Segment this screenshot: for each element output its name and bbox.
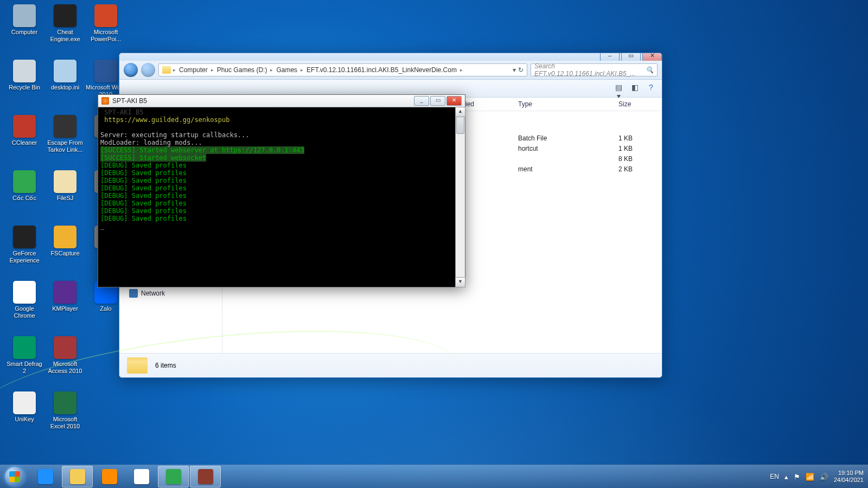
address-dropdown-icon[interactable]: ▾ xyxy=(513,66,516,74)
desktop-icon[interactable]: Computer xyxy=(4,4,44,36)
app-icon xyxy=(101,97,109,105)
col-size[interactable]: Size xyxy=(613,100,662,108)
chrome-icon xyxy=(134,469,149,484)
breadcrumb-item[interactable]: EFT.v0.12.10.11661.incl.AKI.B5_LinkNever… xyxy=(305,66,458,74)
status-text: 6 items xyxy=(155,362,176,369)
explorer-status-bar: 6 items xyxy=(119,353,662,377)
nav-forward-button[interactable] xyxy=(141,63,155,77)
system-tray[interactable]: EN ▴ ⚑ 📶 🔊 19:10 PM 24/04/2021 xyxy=(770,470,868,484)
desktop-icon[interactable]: Recycle Bin xyxy=(4,60,44,91)
desktop-icon[interactable]: UniKey xyxy=(4,391,44,423)
search-icon[interactable]: 🔍 xyxy=(646,66,654,74)
desktop-icon[interactable]: CCleaner xyxy=(4,115,44,146)
date-text: 24/04/2021 xyxy=(834,477,864,484)
desktop-icon[interactable]: Smart Defrag 2 xyxy=(4,336,44,375)
breadcrumb-item[interactable]: Phuc Games (D:) xyxy=(216,66,269,74)
ie-icon xyxy=(38,469,53,484)
taskbar-item-wmplayer[interactable] xyxy=(94,466,125,487)
taskbar-item-tool[interactable] xyxy=(190,466,221,487)
time-text: 19:10 PM xyxy=(834,470,864,477)
desktop-icon[interactable]: Microsoft Excel 2010 xyxy=(45,391,85,430)
wmplayer-icon xyxy=(102,469,117,484)
scroll-up-icon[interactable]: ▲ xyxy=(455,107,465,117)
drive-icon xyxy=(129,289,138,298)
maximize-button[interactable]: ▭ xyxy=(430,96,445,106)
breadcrumb-bar[interactable]: ▸ Computer▸ Phuc Games (D:)▸ Games▸ EFT.… xyxy=(158,63,527,76)
network-icon[interactable]: 📶 xyxy=(806,473,814,481)
explorer-icon xyxy=(70,469,85,484)
desktop-icon[interactable]: Microsoft PowerPoi... xyxy=(86,4,126,43)
minimize-button[interactable]: _ xyxy=(414,96,429,106)
desktop-icon[interactable]: Google Chrome xyxy=(4,281,44,319)
desktop-icon[interactable]: FSCapture xyxy=(45,226,85,257)
language-indicator[interactable]: EN xyxy=(770,473,779,480)
folder-icon xyxy=(162,66,171,74)
console-body[interactable]: SPT-AKI B5 https://www.guilded.gg/senkos… xyxy=(98,107,465,287)
breadcrumb-item[interactable]: Computer xyxy=(178,66,209,74)
desktop-icon[interactable]: Cheat Engine.exe xyxy=(45,4,85,43)
console-output: SPT-AKI B5 https://www.guilded.gg/senkos… xyxy=(100,108,455,230)
taskbar-item-coccoc[interactable] xyxy=(158,466,189,487)
nav-item[interactable]: Network xyxy=(119,287,222,299)
desktop-icon[interactable]: desktop.ini xyxy=(45,60,85,91)
action-center-icon[interactable]: ⚑ xyxy=(794,473,800,481)
close-button[interactable]: ✕ xyxy=(446,96,462,106)
search-input[interactable]: Search EFT.v0.12.10.11661.incl.AKI.B5_..… xyxy=(531,63,658,76)
view-mode-button[interactable]: ▤ ▾ xyxy=(613,83,624,94)
explorer-address-bar: ▸ Computer▸ Phuc Games (D:)▸ Games▸ EFT.… xyxy=(119,61,662,80)
desktop-icon[interactable]: KMPlayer xyxy=(45,281,85,312)
console-title: SPT-AKI B5 xyxy=(112,97,147,105)
taskbar-item-ie[interactable] xyxy=(30,466,61,487)
desktop-icon[interactable]: FileSJ xyxy=(45,170,85,202)
folder-icon xyxy=(127,357,148,374)
start-button[interactable] xyxy=(0,466,29,487)
tool-icon xyxy=(198,469,213,484)
breadcrumb-item[interactable]: Games xyxy=(275,66,298,74)
scroll-thumb[interactable] xyxy=(456,117,464,134)
refresh-icon[interactable]: ↻ xyxy=(518,66,524,74)
tray-chevron-up-icon[interactable]: ▴ xyxy=(784,473,788,481)
desktop-icon[interactable]: Cốc Cốc xyxy=(4,170,44,202)
explorer-titlebar[interactable]: – ▭ ✕ xyxy=(119,53,662,61)
scrollbar[interactable]: ▲ ▼ xyxy=(455,107,465,287)
col-type[interactable]: Type xyxy=(513,100,613,108)
preview-pane-button[interactable]: ◧ xyxy=(629,83,640,94)
coccoc-icon xyxy=(166,469,181,484)
taskbar[interactable]: EN ▴ ⚑ 📶 🔊 19:10 PM 24/04/2021 xyxy=(0,465,868,488)
help-button[interactable]: ? xyxy=(646,83,656,94)
taskbar-item-chrome[interactable] xyxy=(126,466,157,487)
taskbar-item-explorer[interactable] xyxy=(62,466,93,487)
desktop-icon[interactable]: Escape From Tarkov Link... xyxy=(45,115,85,153)
clock[interactable]: 19:10 PM 24/04/2021 xyxy=(834,470,864,484)
nav-back-button[interactable] xyxy=(124,63,138,77)
desktop-icon[interactable]: Microsoft Access 2010 xyxy=(45,336,85,375)
desktop[interactable]: ComputerCheat Engine.exeMicrosoft PowerP… xyxy=(0,0,868,488)
desktop-icon[interactable]: GeForce Experience xyxy=(4,226,44,264)
volume-icon[interactable]: 🔊 xyxy=(820,473,828,481)
scroll-down-icon[interactable]: ▼ xyxy=(455,277,465,287)
search-placeholder: Search EFT.v0.12.10.11661.incl.AKI.B5_..… xyxy=(534,62,646,78)
console-window[interactable]: SPT-AKI B5 _ ▭ ✕ SPT-AKI B5 https://www.… xyxy=(98,94,465,287)
console-titlebar[interactable]: SPT-AKI B5 _ ▭ ✕ xyxy=(98,95,465,107)
